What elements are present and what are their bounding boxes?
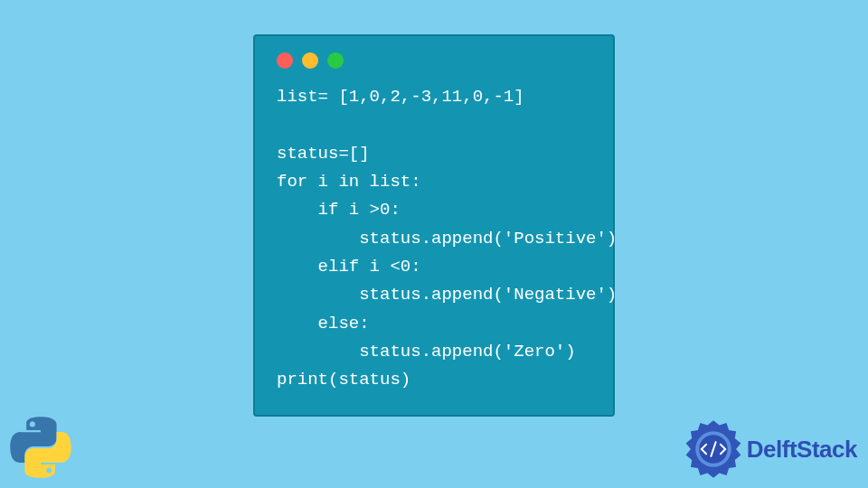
- code-block: list= [1,0,2,-3,11,0,-1] status=[] for i…: [277, 83, 591, 395]
- traffic-lights: [277, 52, 591, 69]
- gear-badge-icon: [684, 419, 743, 479]
- close-icon: [277, 52, 293, 69]
- delftstack-logo: DelftStack: [684, 419, 857, 479]
- maximize-icon: [327, 52, 344, 69]
- brand-name: DelftStack: [747, 436, 857, 464]
- python-logo-icon: [9, 416, 72, 479]
- minimize-icon: [302, 52, 318, 69]
- code-window: list= [1,0,2,-3,11,0,-1] status=[] for i…: [253, 34, 615, 417]
